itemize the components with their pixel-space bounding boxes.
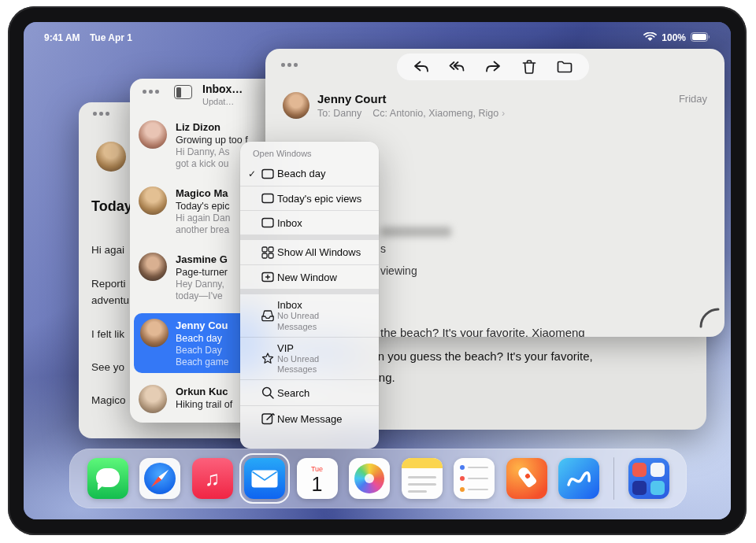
message-body-line: Magico xyxy=(91,394,126,406)
reply-all-button[interactable] xyxy=(443,55,471,79)
menu-item-new-window[interactable]: New Window xyxy=(240,264,379,289)
menu-item-inbox-window[interactable]: Inbox xyxy=(240,210,379,235)
message-body-line: Hi agai xyxy=(91,244,124,256)
dock-app-reminders[interactable] xyxy=(454,458,495,499)
message-body-line: I felt lik xyxy=(91,328,124,340)
menu-item-new-message[interactable]: New Message xyxy=(240,405,379,431)
status-time: 9:41 AM xyxy=(44,32,80,43)
checkmark-icon: ✓ xyxy=(248,168,260,179)
ipad-device: 9:41 AM Tue Apr 1 100% Today… Hi agai Re… xyxy=(8,6,747,535)
dock-app-library[interactable] xyxy=(628,458,669,499)
menu-item-inbox-mailbox[interactable]: Inbox No Unread Messages xyxy=(240,294,379,337)
message-body-line: adventu xyxy=(91,294,129,306)
reply-button[interactable] xyxy=(407,55,435,79)
chevron-right-icon: › xyxy=(502,108,505,119)
window-icon xyxy=(260,166,277,182)
cc-field: Cc: Antonio, Xiaomeng, Rigo xyxy=(372,108,498,119)
dock-app-mail[interactable] xyxy=(244,458,285,499)
safari-icon xyxy=(139,458,180,499)
dock-app-rocket[interactable] xyxy=(506,458,547,499)
star-icon xyxy=(260,351,277,367)
dock-app-calendar[interactable]: Tue 1 xyxy=(297,458,338,499)
window-icon xyxy=(260,190,277,206)
menu-item-beach-day[interactable]: ✓ Beach day xyxy=(240,161,379,186)
reminders-icon xyxy=(454,458,495,499)
dock-app-notes[interactable] xyxy=(402,458,443,499)
dock-app-safari[interactable] xyxy=(139,458,180,499)
music-icon: ♫ xyxy=(192,458,233,499)
avatar xyxy=(140,319,169,347)
squiggle-icon xyxy=(558,458,599,499)
screen: 9:41 AM Tue Apr 1 100% Today… Hi agai Re… xyxy=(24,22,731,519)
search-icon xyxy=(260,385,277,401)
message-date: Friday xyxy=(679,93,707,105)
avatar xyxy=(139,253,167,281)
dock: ♫ Tue 1 xyxy=(69,449,687,508)
dock-app-music[interactable]: ♫ xyxy=(192,458,233,499)
sender-avatar xyxy=(96,142,126,172)
window-controls-icon[interactable] xyxy=(143,90,159,94)
photos-icon xyxy=(349,458,390,499)
avatar xyxy=(139,187,167,215)
plus-window-icon xyxy=(260,269,277,285)
message-body-line: Reporti xyxy=(91,278,126,290)
dock-app-draw[interactable] xyxy=(558,458,599,499)
avatar xyxy=(139,120,167,149)
menu-separator xyxy=(240,289,379,294)
open-windows-menu: Open Windows ✓ Beach day Today's epic vi… xyxy=(240,142,379,449)
trash-button[interactable] xyxy=(515,55,543,79)
menu-item-search[interactable]: Search xyxy=(240,379,379,405)
grid-icon xyxy=(260,245,277,260)
battery-percent: 100% xyxy=(662,32,686,43)
dock-app-photos[interactable] xyxy=(349,458,390,499)
body-fragment: s xyxy=(380,242,386,255)
sender-avatar xyxy=(283,92,309,119)
body-fragment: the beach? It's your favorite, Xiaomeng xyxy=(380,326,585,337)
menu-header: Open Windows xyxy=(240,142,379,161)
menu-separator xyxy=(240,235,379,240)
wifi-icon xyxy=(643,32,657,44)
menu-item-show-all-windows[interactable]: Show All Windows xyxy=(240,240,379,264)
notes-icon xyxy=(402,458,443,499)
message-body-line: See yo xyxy=(91,361,124,373)
folder-button[interactable] xyxy=(550,55,579,79)
sidebar-toggle-icon[interactable] xyxy=(174,85,192,99)
body-fragment: viewing xyxy=(380,264,417,277)
message-toolbar xyxy=(396,53,590,81)
mail-icon xyxy=(244,458,285,499)
messages-icon xyxy=(87,458,128,499)
window-controls-icon[interactable] xyxy=(281,63,298,67)
message-recipients[interactable]: To: DannyCc: Antonio, Xiaomeng, Rigo› xyxy=(317,108,505,119)
dock-app-messages[interactable] xyxy=(87,458,128,499)
to-field: To: Danny xyxy=(317,108,361,119)
compose-icon xyxy=(260,411,277,427)
dock-separator xyxy=(613,457,615,500)
window-icon xyxy=(260,215,277,231)
inbox-tray-icon xyxy=(260,308,277,323)
calendar-icon: Tue 1 xyxy=(297,458,338,499)
battery-icon xyxy=(691,32,710,44)
window-controls-icon[interactable] xyxy=(93,112,109,116)
resize-handle-icon[interactable] xyxy=(699,307,721,332)
mailbox-subtitle: Updat… xyxy=(202,97,234,106)
forward-button[interactable] xyxy=(479,55,507,79)
status-bar: 9:41 AM Tue Apr 1 100% xyxy=(24,22,731,46)
mailbox-title: Inbox… xyxy=(202,83,243,95)
avatar xyxy=(139,385,167,413)
menu-item-vip-mailbox[interactable]: VIP No Unread Messages xyxy=(240,337,379,379)
app-library-icon xyxy=(628,458,669,499)
message-sender: Jenny Court xyxy=(317,92,387,105)
status-date: Tue Apr 1 xyxy=(90,32,132,43)
blurred-text xyxy=(380,227,451,237)
menu-item-todays-epic-views[interactable]: Today's epic views xyxy=(240,186,379,210)
rocket-icon xyxy=(506,458,547,499)
